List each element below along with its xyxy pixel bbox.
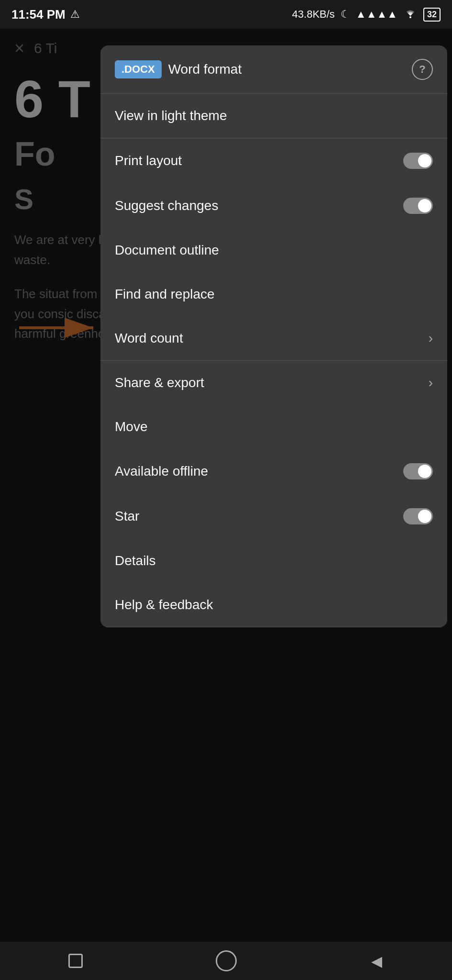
menu-section-2: Print layout Suggest changes Document ou… — [100, 138, 447, 361]
menu-item-find-replace[interactable]: Find and replace — [100, 272, 447, 316]
nav-recents-button[interactable] — [61, 947, 90, 975]
status-right: 43.8KB/s ☾ ▲▲▲▲ 32 — [292, 7, 441, 22]
menu-header: .DOCX Word format ? — [100, 45, 447, 94]
dropdown-menu: .DOCX Word format ? View in light theme … — [100, 45, 447, 627]
menu-item-help-feedback[interactable]: Help & feedback — [100, 583, 447, 627]
status-bar: 11:54 PM ⚠ 43.8KB/s ☾ ▲▲▲▲ 32 — [0, 0, 452, 29]
print-layout-toggle[interactable] — [403, 153, 433, 169]
menu-item-available-offline[interactable]: Available offline — [100, 449, 447, 494]
signal-icon: ▲▲▲▲ — [356, 8, 397, 21]
menu-item-details[interactable]: Details — [100, 539, 447, 583]
available-offline-toggle[interactable] — [403, 463, 433, 479]
menu-item-word-count[interactable]: Word count › — [100, 316, 447, 360]
network-speed: 43.8KB/s — [292, 8, 335, 21]
status-time: 11:54 PM — [11, 7, 66, 22]
menu-item-star[interactable]: Star — [100, 494, 447, 539]
help-icon-button[interactable]: ? — [412, 59, 433, 80]
docx-badge: .DOCX — [115, 60, 162, 78]
moon-icon: ☾ — [341, 8, 350, 21]
menu-item-view-light-theme[interactable]: View in light theme — [100, 94, 447, 138]
svg-point-0 — [409, 16, 411, 18]
nav-back-button[interactable]: ◀ — [363, 947, 391, 975]
menu-item-print-layout[interactable]: Print layout — [100, 138, 447, 183]
menu-header-title: Word format — [168, 62, 412, 77]
wifi-icon — [403, 7, 418, 22]
battery-indicator: 32 — [423, 8, 441, 22]
status-left: 11:54 PM ⚠ — [11, 7, 80, 22]
suggest-changes-toggle[interactable] — [403, 198, 433, 214]
menu-item-suggest-changes[interactable]: Suggest changes — [100, 183, 447, 228]
word-count-chevron: › — [429, 331, 433, 346]
back-icon: ◀ — [371, 953, 382, 969]
share-export-chevron: › — [429, 375, 433, 390]
menu-section-1: View in light theme — [100, 94, 447, 138]
nav-home-button[interactable] — [212, 947, 241, 975]
menu-item-move[interactable]: Move — [100, 405, 447, 449]
bottom-nav: ◀ — [0, 942, 452, 980]
recents-icon — [68, 954, 83, 968]
menu-item-share-export[interactable]: Share & export › — [100, 361, 447, 405]
menu-item-document-outline[interactable]: Document outline — [100, 228, 447, 272]
home-icon — [216, 950, 237, 971]
star-toggle[interactable] — [403, 508, 433, 524]
warning-icon: ⚠ — [70, 8, 80, 21]
menu-section-3: Share & export › Move Available offline … — [100, 361, 447, 627]
